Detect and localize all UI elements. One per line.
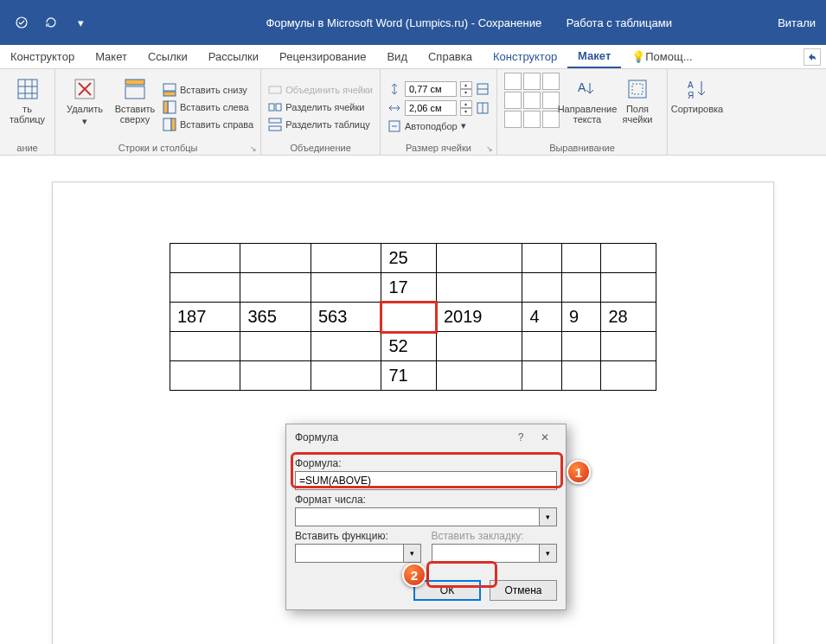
table-row: 71	[170, 361, 656, 391]
selected-cell[interactable]	[381, 303, 437, 332]
cell-margins-icon	[624, 76, 650, 102]
align-bl[interactable]	[504, 111, 522, 128]
align-tr[interactable]	[542, 73, 560, 90]
insert-right-icon	[163, 118, 176, 131]
insert-above-button[interactable]: Вставить сверху	[112, 73, 157, 141]
distribute-cols-icon[interactable]	[476, 101, 490, 115]
insert-right-button[interactable]: Вставить справа	[163, 118, 253, 131]
user-name[interactable]: Витали	[778, 16, 816, 29]
row-height-input[interactable]	[405, 81, 457, 97]
chevron-down-icon[interactable]: ▾	[404, 544, 421, 563]
align-ml[interactable]	[504, 92, 522, 109]
group-label-cellsize: Размер ячейки↘	[387, 141, 490, 153]
svg-rect-12	[163, 92, 176, 96]
ribbon-tabstrip: Конструктор Макет Ссылки Рассылки Реценз…	[0, 45, 826, 69]
split-table-button[interactable]: Разделить таблицу	[268, 118, 373, 131]
align-mc[interactable]	[523, 92, 541, 109]
ribbon: ть таблицу ание Удалить▾ Вставить сверху…	[0, 69, 826, 156]
share-button[interactable]	[804, 48, 821, 66]
tab-table-design[interactable]: Конструктор	[483, 45, 567, 68]
annotation-marker-1: 1	[567, 460, 591, 484]
group-label-alignment: Выравнивание	[504, 141, 660, 153]
merge-icon	[268, 83, 282, 97]
dialog-launcher-icon[interactable]: ↘	[486, 144, 493, 153]
sort-button[interactable]: АЯСортировка	[675, 73, 720, 151]
tab-table-layout[interactable]: Макет	[567, 45, 621, 68]
close-button[interactable]: ✕	[533, 431, 557, 443]
align-tl[interactable]	[504, 73, 522, 90]
dialog-launcher-icon[interactable]: ↘	[250, 144, 257, 153]
split-cells-button[interactable]: Разделить ячейки	[268, 100, 373, 114]
draw-table-label: ть таблицу	[7, 104, 48, 124]
formula-dialog: Формула ? ✕ Формула: Формат числа: ▾ Вст…	[285, 424, 567, 610]
svg-rect-1	[18, 80, 37, 99]
height-spinner[interactable]: ▴▾	[460, 81, 472, 97]
draw-table-button[interactable]: ть таблицу	[7, 73, 48, 141]
row-height-icon	[387, 82, 401, 96]
group-label-rows-cols: Строки и столбцы↘	[62, 141, 253, 153]
tab-references[interactable]: Ссылки	[138, 45, 198, 68]
delete-button[interactable]: Удалить▾	[62, 73, 107, 141]
merge-cells-button[interactable]: Объединить ячейки	[268, 83, 373, 97]
insert-function-combo[interactable]: ▾	[295, 544, 421, 563]
chevron-down-icon[interactable]: ▾	[540, 507, 557, 526]
chevron-down-icon[interactable]: ▾	[540, 544, 557, 563]
insert-below-button[interactable]: Вставить снизу	[163, 83, 253, 97]
table-row: 17	[170, 273, 656, 303]
sort-icon: АЯ	[684, 76, 710, 102]
tab-mailings[interactable]: Рассылки	[198, 45, 269, 68]
document-title: Формулы в Microsoft Word (Lumpics.ru) - …	[266, 16, 560, 29]
align-bc[interactable]	[523, 111, 541, 128]
autofit-icon	[387, 119, 401, 133]
word-table[interactable]: 25 17 18736556320194928 52 71	[170, 243, 656, 391]
svg-text:A: A	[578, 80, 586, 94]
insert-left-icon	[163, 100, 176, 114]
tab-help[interactable]: Справка	[418, 45, 483, 68]
insert-below-icon	[163, 83, 176, 97]
tab-constructor[interactable]: Конструктор	[0, 45, 85, 68]
insert-left-button[interactable]: Вставить слева	[163, 100, 253, 114]
autosave-toggle[interactable]	[10, 11, 33, 34]
svg-rect-20	[269, 118, 281, 123]
svg-rect-16	[171, 118, 176, 131]
number-format-label: Формат числа:	[295, 494, 557, 506]
insert-bookmark-combo[interactable]: ▾	[432, 544, 558, 563]
svg-point-0	[16, 17, 27, 28]
tab-tellme[interactable]: 💡 Помощ...	[621, 45, 702, 68]
tab-review[interactable]: Рецензирование	[269, 45, 376, 68]
svg-rect-14	[163, 101, 168, 113]
number-format-combo[interactable]: ▾	[295, 507, 557, 526]
svg-rect-29	[632, 84, 643, 94]
svg-rect-18	[269, 104, 274, 111]
annotation-marker-2: 2	[402, 563, 426, 587]
distribute-rows-icon[interactable]	[476, 82, 490, 96]
width-spinner[interactable]: ▴▾	[460, 100, 472, 116]
table-row: 52	[170, 332, 656, 361]
delete-label: Удалить	[67, 104, 103, 114]
autofit-button[interactable]: Автоподбор ▾	[387, 119, 490, 133]
refresh-icon[interactable]	[40, 11, 62, 34]
text-direction-icon: A	[574, 76, 600, 102]
formula-label: Формула:	[295, 457, 557, 469]
tab-layout[interactable]: Макет	[85, 45, 138, 68]
text-direction-button[interactable]: AНаправление текста	[565, 73, 610, 141]
dialog-title: Формула	[295, 431, 338, 443]
help-button[interactable]: ?	[509, 431, 533, 443]
formula-input[interactable]	[295, 471, 557, 490]
svg-rect-21	[269, 126, 281, 131]
cell-margins-button[interactable]: Поля ячейки	[615, 73, 660, 141]
insert-above-icon	[122, 76, 148, 102]
svg-rect-11	[163, 84, 176, 91]
delete-icon	[72, 76, 98, 102]
align-tc[interactable]	[523, 73, 541, 90]
group-label-merge: Объединение	[268, 141, 373, 153]
ok-button[interactable]: ОК	[413, 580, 481, 601]
tab-view[interactable]: Вид	[376, 45, 418, 68]
col-width-input[interactable]	[405, 100, 457, 116]
col-width-icon	[387, 101, 401, 115]
qat-dropdown[interactable]: ▾	[69, 11, 92, 34]
cancel-button[interactable]: Отмена	[490, 580, 557, 601]
insert-bookmark-label: Вставить закладку:	[432, 530, 558, 542]
svg-rect-19	[276, 104, 281, 111]
svg-rect-17	[269, 86, 281, 93]
